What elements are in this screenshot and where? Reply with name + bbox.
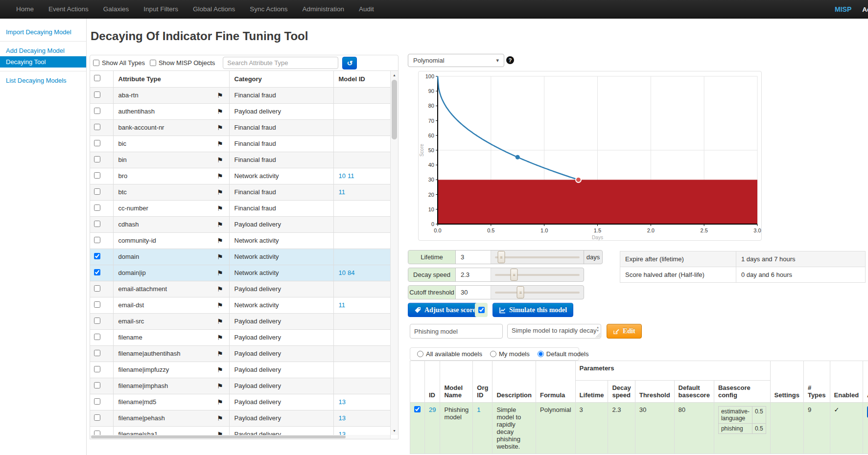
flag-icon[interactable]: ⚑ — [217, 91, 223, 99]
attribute-row-checkbox[interactable] — [94, 237, 100, 243]
model-id-link[interactable]: 11 — [339, 188, 346, 196]
flag-icon[interactable]: ⚑ — [217, 205, 223, 212]
nav-user-menu[interactable]: Ad — [862, 6, 868, 13]
misp-brand[interactable]: MISP — [835, 5, 851, 13]
attribute-row-checkbox[interactable] — [94, 398, 100, 405]
attribute-row-checkbox[interactable] — [94, 414, 100, 421]
flag-icon[interactable]: ⚑ — [217, 108, 223, 115]
horizontal-scrollbar[interactable] — [90, 435, 390, 439]
model-id-link[interactable]: 10 — [339, 269, 346, 276]
nav-item-galaxies[interactable]: Galaxies — [96, 0, 137, 19]
attribute-row-checkbox[interactable] — [94, 350, 100, 356]
flag-icon[interactable]: ⚑ — [217, 398, 223, 406]
spinner-down-icon[interactable]: ▼ — [596, 329, 599, 332]
attribute-row-checkbox[interactable] — [94, 301, 100, 308]
attribute-row-checkbox[interactable] — [94, 285, 100, 292]
flag-icon[interactable]: ⚑ — [217, 414, 223, 422]
org-id-link[interactable]: 1 — [477, 406, 480, 413]
attribute-row-checkbox[interactable] — [94, 334, 100, 340]
resize-grip-icon[interactable] — [595, 333, 600, 338]
flag-icon[interactable]: ⚑ — [217, 221, 223, 228]
attribute-row-checkbox[interactable] — [94, 172, 100, 179]
flag-icon[interactable]: ⚑ — [217, 318, 223, 325]
model-id-link[interactable]: 84 — [348, 269, 354, 276]
model-id-link[interactable]: 29 — [429, 406, 436, 413]
nav-item-global-actions[interactable]: Global Actions — [186, 0, 242, 19]
spinner-up-icon[interactable]: ▲ — [596, 326, 599, 329]
model-filter-option[interactable]: Default models — [538, 350, 589, 358]
flag-icon[interactable]: ⚑ — [217, 124, 223, 132]
flag-icon[interactable]: ⚑ — [217, 301, 223, 309]
flag-icon[interactable]: ⚑ — [217, 269, 223, 277]
show-all-types-toggle[interactable]: Show All Types — [93, 59, 145, 67]
show-misp-objects-toggle[interactable]: Show MISP Objects — [150, 59, 215, 67]
model-description-textarea[interactable]: Simple model to rapidly decay ▲ ▼ — [507, 324, 601, 339]
nav-item-input-filters[interactable]: Input Filters — [136, 0, 186, 19]
select-all-checkbox[interactable] — [94, 75, 100, 81]
vertical-scrollbar[interactable]: ▲ ▼ — [390, 71, 398, 435]
model-id-link[interactable]: 11 — [348, 172, 354, 180]
lifetime-value[interactable]: 3 — [456, 250, 491, 264]
lifetime-slider[interactable]: ≡ — [491, 250, 584, 264]
cutoff-threshold-slider-handle[interactable]: ≡ — [517, 286, 524, 298]
flag-icon[interactable]: ⚑ — [217, 285, 223, 293]
vertical-scrollbar-thumb[interactable] — [392, 80, 397, 139]
nav-item-sync-actions[interactable]: Sync Actions — [242, 0, 295, 19]
lifetime-slider-handle[interactable]: ≡ — [497, 251, 505, 263]
attribute-row-checkbox[interactable] — [94, 188, 100, 195]
sidebar-item-add-decaying-model[interactable]: Add Decaying Model — [0, 45, 86, 56]
flag-icon[interactable]: ⚑ — [217, 188, 223, 196]
attribute-row-checkbox[interactable] — [94, 205, 100, 211]
attribute-row-checkbox[interactable] — [94, 91, 100, 98]
nav-item-administration[interactable]: Administration — [295, 0, 352, 19]
attribute-row-checkbox[interactable] — [94, 124, 100, 130]
model-name-input[interactable] — [410, 324, 503, 339]
adjust-base-score-button[interactable]: Adjust base score — [408, 303, 482, 317]
flag-icon[interactable]: ⚑ — [217, 366, 223, 374]
attribute-row-checkbox[interactable] — [94, 366, 100, 372]
decay-speed-slider[interactable]: ≡ — [491, 268, 584, 281]
scroll-down-icon[interactable]: ▼ — [391, 427, 398, 434]
nav-item-event-actions[interactable]: Event Actions — [41, 0, 96, 19]
decay-speed-slider-handle[interactable]: ≡ — [511, 269, 518, 281]
help-icon[interactable]: ? — [506, 56, 514, 64]
sidebar-item-import-decaying-model[interactable]: Import Decaying Model — [0, 26, 86, 38]
attribute-row-checkbox[interactable] — [94, 318, 100, 324]
decay-speed-value[interactable]: 2.3 — [456, 268, 491, 281]
sidebar-item-list-decaying-models[interactable]: List Decaying Models — [0, 75, 86, 86]
nav-item-audit[interactable]: Audit — [352, 0, 381, 19]
horizontal-scrollbar-thumb[interactable] — [91, 435, 346, 438]
attribute-row-checkbox[interactable] — [94, 269, 100, 275]
model-id-link[interactable]: 10 — [339, 172, 346, 180]
model-id-link[interactable]: 13 — [339, 414, 346, 422]
flag-icon[interactable]: ⚑ — [217, 237, 223, 245]
scroll-up-icon[interactable]: ▲ — [391, 71, 398, 79]
simulate-model-button[interactable]: Simulate this model — [493, 303, 573, 317]
cutoff-threshold-value[interactable]: 30 — [456, 286, 491, 299]
model-id-link[interactable]: 13 — [339, 398, 346, 406]
flag-icon[interactable]: ⚑ — [217, 334, 223, 341]
attribute-row-checkbox[interactable] — [94, 140, 100, 146]
show-misp-objects-checkbox[interactable] — [150, 60, 156, 66]
model-filter-radio[interactable] — [538, 351, 544, 357]
flag-icon[interactable]: ⚑ — [217, 156, 223, 164]
flag-icon[interactable]: ⚑ — [217, 382, 223, 390]
show-all-types-checkbox[interactable] — [93, 60, 99, 66]
flag-icon[interactable]: ⚑ — [217, 172, 223, 180]
model-row-checkbox[interactable] — [414, 406, 421, 412]
model-id-link[interactable]: 11 — [339, 301, 346, 309]
spinner-icons[interactable]: ▲ ▼ — [596, 326, 599, 332]
nav-item-home[interactable]: Home — [9, 0, 41, 19]
model-filter-radio[interactable] — [417, 351, 423, 357]
attribute-row-checkbox[interactable] — [94, 108, 100, 114]
model-filter-option[interactable]: All available models — [417, 350, 482, 358]
sidebar-item-decaying-tool[interactable]: Decaying Tool — [0, 56, 86, 68]
flag-icon[interactable]: ⚑ — [217, 140, 223, 148]
refresh-button[interactable]: ↺ — [342, 57, 357, 69]
edit-model-button[interactable]: Edit — [607, 324, 642, 339]
attribute-row-checkbox[interactable] — [94, 253, 100, 259]
attribute-row-checkbox[interactable] — [94, 221, 100, 227]
cutoff-threshold-slider[interactable]: ≡ — [491, 286, 584, 299]
attribute-search-input[interactable] — [223, 57, 338, 69]
flag-icon[interactable]: ⚑ — [217, 350, 223, 358]
